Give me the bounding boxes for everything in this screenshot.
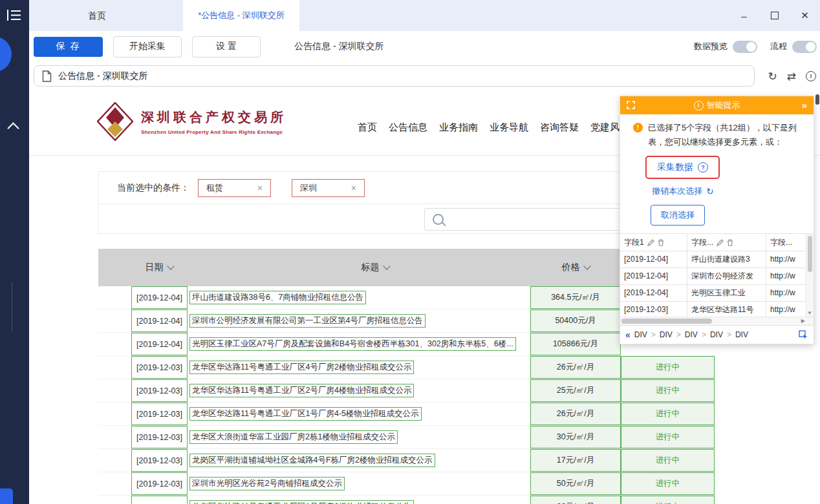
- row-status[interactable]: 进行中: [621, 379, 715, 402]
- row-price[interactable]: 364.5元/㎡/月: [530, 286, 621, 309]
- row-date[interactable]: [2019-12-04]: [131, 333, 188, 355]
- row-date[interactable]: [2019-12-03]: [131, 472, 188, 495]
- close-button[interactable]: ✕: [790, 0, 820, 31]
- collapse-panel-icon[interactable]: »: [802, 96, 807, 114]
- row-price[interactable]: 50400元/月: [530, 310, 621, 332]
- field-cell[interactable]: 光明区玉律工业: [687, 285, 766, 302]
- fields-vertical-scrollbar[interactable]: ▼: [806, 234, 814, 317]
- maximize-button[interactable]: [759, 0, 790, 31]
- edit-icon[interactable]: [647, 239, 654, 246]
- breadcrumb-back-icon[interactable]: «: [625, 330, 631, 340]
- row-date[interactable]: [2019-12-03]: [131, 449, 188, 472]
- settings-button[interactable]: 设 置: [192, 36, 261, 58]
- row-title[interactable]: 龙华区华达路11号粤通工业厂区4号厂房2楼物业招租成交公示: [189, 361, 414, 374]
- page-scrollbar[interactable]: [815, 94, 819, 105]
- cancel-selection-button[interactable]: 取消选择: [651, 205, 705, 226]
- row-price[interactable]: 17元/㎡/月: [530, 449, 621, 472]
- row-status[interactable]: 进行中: [621, 426, 715, 448]
- row-title[interactable]: 深圳市光明区光谷苑2号商铺招租成交公示: [189, 477, 345, 490]
- scrollbar-thumb[interactable]: [621, 319, 712, 324]
- row-price[interactable]: 30元/㎡/月: [530, 426, 621, 448]
- sidebar-bottom-button[interactable]: [0, 488, 13, 504]
- row-date[interactable]: [2019-12-04]: [131, 286, 188, 309]
- field-cell[interactable]: http://w: [766, 302, 806, 317]
- url-input[interactable]: 公告信息 - 深圳联交所: [34, 65, 755, 87]
- field-cell[interactable]: http://w: [766, 285, 806, 302]
- row-title[interactable]: 龙华区大浪街道华富工业园厂房2栋1楼物业招租成交公示: [189, 430, 398, 444]
- smart-tips-header[interactable]: ! 智能提示 »: [620, 96, 814, 114]
- field-header-cell[interactable]: 字段...: [687, 234, 766, 251]
- fields-horizontal-scrollbar[interactable]: ▶: [620, 317, 814, 325]
- field-cell[interactable]: http://w: [766, 268, 806, 285]
- field-cell[interactable]: http://w: [766, 251, 806, 268]
- minimize-button[interactable]: –: [729, 0, 759, 31]
- delete-icon[interactable]: [727, 239, 733, 246]
- field-cell[interactable]: 深圳市公明经济发: [687, 268, 766, 285]
- element-picker-icon[interactable]: [799, 330, 808, 340]
- row-date[interactable]: [2019-12-03]: [131, 379, 188, 402]
- row-price[interactable]: 26元/㎡/月: [530, 496, 621, 504]
- breadcrumb-item[interactable]: DIV: [634, 330, 647, 339]
- row-price[interactable]: 25元/㎡/月: [530, 379, 621, 402]
- chevron-up-icon[interactable]: [7, 122, 19, 134]
- field-cell[interactable]: 坪山街道建设路3: [687, 251, 766, 268]
- page-info-icon[interactable]: !: [806, 71, 816, 81]
- nav-item[interactable]: 首页: [358, 121, 377, 134]
- field-header-cell[interactable]: 字段...: [766, 234, 806, 251]
- row-title[interactable]: 坪山街道建设路38号6、7商铺物业招租信息公告: [189, 291, 366, 304]
- scroll-down-icon[interactable]: ▼: [807, 310, 812, 316]
- collect-data-link[interactable]: 采集数据: [657, 162, 693, 173]
- breadcrumb-item[interactable]: DIV: [673, 330, 698, 339]
- scrollbar-thumb[interactable]: [808, 236, 812, 272]
- field-cell[interactable]: 龙华区华达路11号: [687, 302, 766, 317]
- collapse-menu-icon[interactable]: [6, 8, 23, 23]
- column-header-date[interactable]: 日期: [98, 262, 220, 273]
- refresh-icon[interactable]: ↻: [768, 70, 777, 83]
- nav-item[interactable]: 业务指南: [439, 121, 478, 134]
- row-status[interactable]: 进行中: [621, 403, 715, 425]
- row-price[interactable]: 50元/㎡/月: [530, 472, 621, 495]
- nav-item[interactable]: 咨询答疑: [540, 121, 579, 134]
- row-title[interactable]: 龙华区华达路11号粤通工业厂区1号厂房4-5楼物业招租成交公示: [189, 407, 422, 421]
- field-cell[interactable]: [2019-12-04]: [620, 251, 687, 268]
- tab-current-task[interactable]: *公告信息 - 深圳联交所: [183, 0, 299, 32]
- column-header-price[interactable]: 价格: [530, 262, 621, 273]
- scroll-right-icon[interactable]: ▶: [801, 317, 805, 325]
- row-status[interactable]: 进行中: [621, 449, 715, 472]
- tab-home[interactable]: 首页: [42, 0, 152, 31]
- breadcrumb-item[interactable]: DIV: [698, 330, 723, 339]
- undo-selection-link[interactable]: 撤销本次选择: [652, 185, 702, 197]
- row-status[interactable]: 进行中: [621, 472, 715, 495]
- row-date[interactable]: [2019-12-03]: [131, 426, 188, 448]
- tag-remove-icon[interactable]: ×: [257, 183, 263, 193]
- data-preview-toggle[interactable]: [733, 41, 757, 53]
- save-button[interactable]: 保 存: [34, 37, 103, 57]
- delete-icon[interactable]: [658, 239, 664, 246]
- nav-item[interactable]: 业务导航: [490, 121, 528, 134]
- field-cell[interactable]: [2019-12-03]: [620, 302, 687, 317]
- row-title[interactable]: 光明区玉律工业区A7号厂房及配套设施和B4号宿舍楼西半栋301、302房和东半栋…: [189, 337, 516, 351]
- row-title[interactable]: 龙岗区平湖街道辅城坳社区金城路4号F栋厂房2楼物业招租成交公示: [189, 454, 435, 467]
- row-title[interactable]: 深圳市公明经济发展有限公司第一工业区第4号厂房招租信息公告: [189, 314, 426, 328]
- row-status[interactable]: 进行中: [621, 356, 715, 379]
- help-icon[interactable]: ?: [698, 162, 708, 173]
- row-title[interactable]: 龙华区华达路11号粤通工业厂区1号厂房2楼物业招租信息公告: [189, 500, 414, 504]
- flow-toggle[interactable]: [792, 41, 817, 53]
- start-collect-button[interactable]: 开始采集: [113, 36, 182, 58]
- row-price[interactable]: 26元/㎡/月: [530, 403, 621, 425]
- row-date[interactable]: [2019-12-03]: [131, 356, 188, 379]
- move-panel-icon[interactable]: [627, 101, 635, 109]
- row-price[interactable]: 105866元/月: [530, 333, 621, 355]
- field-cell[interactable]: [2019-12-04]: [620, 268, 687, 285]
- row-date[interactable]: [2019-12-03]: [131, 403, 188, 425]
- edit-icon[interactable]: [717, 239, 724, 246]
- row-date[interactable]: [2019-12-04]: [131, 310, 188, 332]
- row-status[interactable]: 进行中: [621, 496, 715, 504]
- column-header-title[interactable]: 标题: [220, 262, 530, 273]
- breadcrumb-item[interactable]: DIV: [647, 330, 673, 339]
- row-title[interactable]: 龙华区华达路11号粤通工业厂区2号厂房4楼物业招租成交公示: [189, 384, 414, 397]
- row-date[interactable]: [2019-12-03]: [131, 496, 188, 504]
- nav-item[interactable]: 公告信息: [389, 121, 427, 134]
- tag-remove-icon[interactable]: ×: [351, 183, 356, 193]
- breadcrumb-item[interactable]: DIV: [723, 330, 748, 339]
